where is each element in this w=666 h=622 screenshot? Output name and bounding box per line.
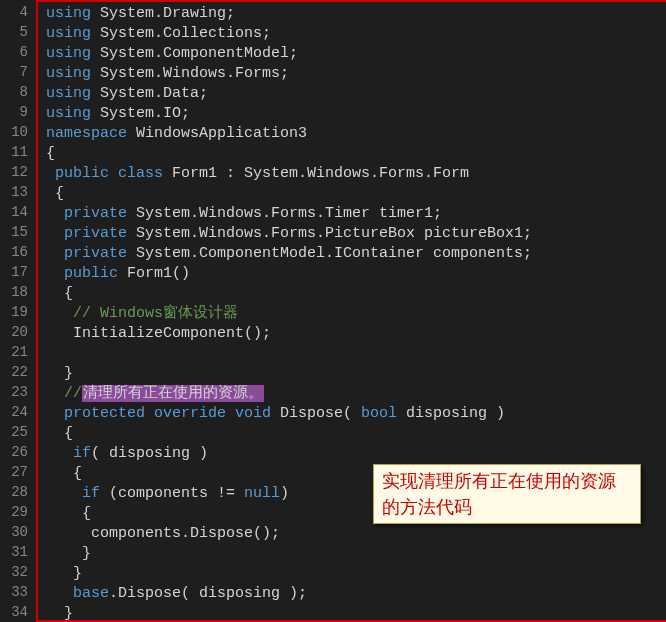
line-number: 22 bbox=[0, 362, 28, 382]
line-number: 11 bbox=[0, 142, 28, 162]
code-line: if( disposing ) bbox=[46, 444, 666, 464]
line-number: 14 bbox=[0, 202, 28, 222]
code-line: { bbox=[46, 284, 666, 304]
line-number: 29 bbox=[0, 502, 28, 522]
line-number: 20 bbox=[0, 322, 28, 342]
annotation-callout: 实现清理所有正在使用的资源的方法代码 bbox=[373, 464, 641, 524]
code-line: } bbox=[46, 544, 666, 564]
code-line: public class Form1 : System.Windows.Form… bbox=[46, 164, 666, 184]
code-line: } bbox=[46, 604, 666, 622]
line-number: 28 bbox=[0, 482, 28, 502]
annotation-text: 实现清理所有正在使用的资源的方法代码 bbox=[382, 471, 616, 517]
line-number: 18 bbox=[0, 282, 28, 302]
line-number: 16 bbox=[0, 242, 28, 262]
code-line: using System.IO; bbox=[46, 104, 666, 124]
code-editor: 4567891011121314151617181920212223242526… bbox=[0, 0, 666, 622]
line-number-gutter: 4567891011121314151617181920212223242526… bbox=[0, 0, 36, 622]
line-number: 8 bbox=[0, 82, 28, 102]
line-number: 25 bbox=[0, 422, 28, 442]
line-number: 9 bbox=[0, 102, 28, 122]
code-line: // Windows窗体设计器 bbox=[46, 304, 666, 324]
line-number: 12 bbox=[0, 162, 28, 182]
code-line: private System.Windows.Forms.Timer timer… bbox=[46, 204, 666, 224]
code-line: private System.ComponentModel.IContainer… bbox=[46, 244, 666, 264]
code-line: using System.Windows.Forms; bbox=[46, 64, 666, 84]
code-line: { bbox=[46, 144, 666, 164]
code-line: using System.Collections; bbox=[46, 24, 666, 44]
line-number: 19 bbox=[0, 302, 28, 322]
line-number: 31 bbox=[0, 542, 28, 562]
code-line: public Form1() bbox=[46, 264, 666, 284]
code-line: InitializeComponent(); bbox=[46, 324, 666, 344]
code-line: using System.Drawing; bbox=[46, 4, 666, 24]
code-line: components.Dispose(); bbox=[46, 524, 666, 544]
line-number: 4 bbox=[0, 2, 28, 22]
line-number: 27 bbox=[0, 462, 28, 482]
line-number: 10 bbox=[0, 122, 28, 142]
line-number: 7 bbox=[0, 62, 28, 82]
line-number: 34 bbox=[0, 602, 28, 622]
line-number: 15 bbox=[0, 222, 28, 242]
line-number: 33 bbox=[0, 582, 28, 602]
line-number: 6 bbox=[0, 42, 28, 62]
code-line: } bbox=[46, 564, 666, 584]
line-number: 32 bbox=[0, 562, 28, 582]
code-line: using System.ComponentModel; bbox=[46, 44, 666, 64]
line-number: 24 bbox=[0, 402, 28, 422]
line-number: 23 bbox=[0, 382, 28, 402]
line-number: 17 bbox=[0, 262, 28, 282]
line-number: 5 bbox=[0, 22, 28, 42]
code-line: protected override void Dispose( bool di… bbox=[46, 404, 666, 424]
line-number: 26 bbox=[0, 442, 28, 462]
code-area: using System.Drawing;using System.Collec… bbox=[36, 0, 666, 622]
code-line bbox=[46, 344, 666, 364]
code-line: base.Dispose( disposing ); bbox=[46, 584, 666, 604]
code-line: namespace WindowsApplication3 bbox=[46, 124, 666, 144]
code-line: { bbox=[46, 184, 666, 204]
line-number: 13 bbox=[0, 182, 28, 202]
code-line: //清理所有正在使用的资源。 bbox=[46, 384, 666, 404]
line-number: 21 bbox=[0, 342, 28, 362]
code-line: private System.Windows.Forms.PictureBox … bbox=[46, 224, 666, 244]
code-line: using System.Data; bbox=[46, 84, 666, 104]
code-line: } bbox=[46, 364, 666, 384]
code-line: { bbox=[46, 424, 666, 444]
line-number: 30 bbox=[0, 522, 28, 542]
